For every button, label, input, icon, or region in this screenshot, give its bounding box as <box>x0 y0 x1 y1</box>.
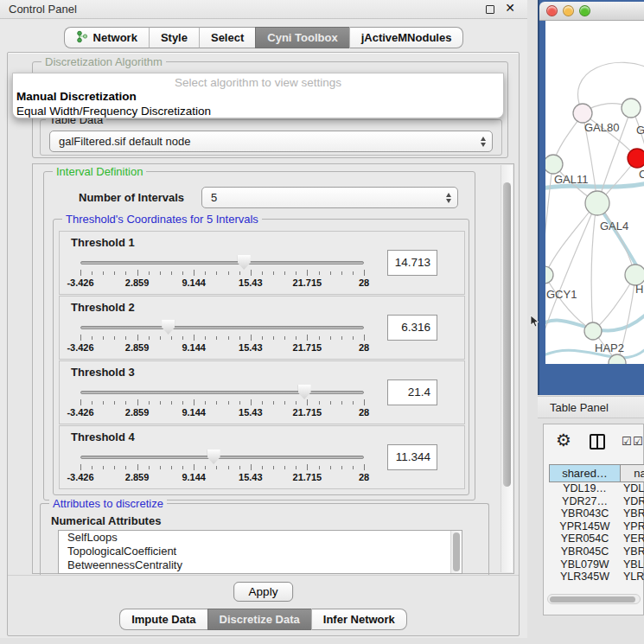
tick-mark <box>137 464 138 470</box>
table-column-header-na[interactable]: na <box>621 464 644 482</box>
tick-mark <box>319 271 320 275</box>
algorithm-option-manual-discretization[interactable]: Manual Discretization <box>16 90 500 103</box>
table-row[interactable]: YLR345WYLR3 <box>549 571 644 583</box>
tick-label: 15.43 <box>225 277 277 288</box>
number-of-intervals-combobox[interactable]: 5 <box>201 187 458 208</box>
network-view-window: GAL80GAL11GAL4GCY1HAP2GACH <box>538 0 644 395</box>
threshold-slider-track[interactable] <box>80 326 364 329</box>
tab-select[interactable]: Select <box>199 27 255 48</box>
threshold-slider-track[interactable] <box>80 456 364 459</box>
network-node[interactable] <box>622 99 641 118</box>
tick-mark <box>125 401 126 405</box>
attributes-to-discretize-group: Attributes to discretize Numerical Attri… <box>40 503 489 581</box>
tick-mark <box>262 401 263 405</box>
network-node-label: HAP2 <box>595 341 624 354</box>
threshold-slider-thumb[interactable] <box>298 385 311 399</box>
tick-mark <box>103 401 104 405</box>
threshold-slider-track[interactable] <box>80 391 364 394</box>
tick-mark <box>262 466 263 469</box>
tick-mark <box>353 271 354 275</box>
network-node-gal80[interactable] <box>573 104 592 123</box>
network-edge[interactable] <box>595 277 634 329</box>
tick-mark <box>228 401 229 405</box>
tick-mark <box>353 401 354 405</box>
network-node-hap2[interactable] <box>584 322 602 340</box>
bottom-tab-infer-network[interactable]: Infer Network <box>311 609 407 630</box>
minimize-light[interactable] <box>563 5 574 16</box>
table-row[interactable]: YBL079WYBL0 <box>549 558 644 571</box>
columns-icon[interactable] <box>590 434 605 450</box>
checkbox-icon[interactable]: ☑ <box>622 435 632 448</box>
table-row[interactable]: YBR045CYBR0 <box>549 545 644 558</box>
threshold-slider-thumb[interactable] <box>162 320 175 335</box>
network-node-gcy1[interactable] <box>545 266 553 284</box>
table-cell-shared-name: YPR145W <box>549 520 621 532</box>
gear-icon[interactable]: ⚙ <box>556 430 571 450</box>
tick-label: 2.859 <box>112 277 163 288</box>
table-row[interactable]: YDR27…YDR2 <box>549 495 644 508</box>
table-row[interactable]: YPR145WYPR1 <box>549 520 644 533</box>
tick-mark <box>364 464 365 470</box>
float-window-icon[interactable] <box>486 5 494 14</box>
tab-network[interactable]: Network <box>64 27 149 48</box>
table-row[interactable]: YBR043CYBR0 <box>549 507 644 520</box>
network-canvas[interactable]: GAL80GAL11GAL4GCY1HAP2GACH <box>545 21 644 364</box>
attribute-list-item[interactable]: TopologicalCoefficient <box>59 545 462 558</box>
attribute-list-item[interactable]: SelfLoops <box>59 531 462 545</box>
table-column-header-shared-[interactable]: shared… <box>549 464 621 482</box>
network-node-label: GAL80 <box>584 121 619 134</box>
tab-style[interactable]: Style <box>149 27 199 48</box>
threshold-value-field[interactable]: 21.4 <box>387 379 437 405</box>
table-data-combobox[interactable]: galFiltered.sif default node <box>49 131 493 152</box>
settings-vertical-scrollbar[interactable] <box>501 165 513 572</box>
table-row[interactable]: YER054CYER0 <box>549 532 644 545</box>
bottom-tab-discretize-data[interactable]: Discretize Data <box>207 609 311 630</box>
table-row[interactable]: YIL052CYIL0 <box>549 583 644 585</box>
numerical-attributes-list[interactable]: SelfLoopsTopologicalCoefficientBetweenne… <box>58 530 462 574</box>
attribute-list-item[interactable]: BetweennessCentrality <box>59 558 462 572</box>
stepper-icon <box>481 137 486 147</box>
tick-mark <box>273 336 274 340</box>
close-light[interactable] <box>546 5 558 16</box>
network-node[interactable] <box>628 149 644 168</box>
bottom-tab-impute-data[interactable]: Impute Data <box>119 609 207 630</box>
list-scrollbar-thumb[interactable] <box>453 532 460 571</box>
threshold-slider-thumb[interactable] <box>207 450 220 464</box>
algorithm-option-equal-width-frequency[interactable]: Equal Width/Frequency Discretization <box>16 105 500 118</box>
threshold-value-field[interactable]: 11.344 <box>387 444 437 470</box>
network-node-gal4[interactable] <box>585 191 609 215</box>
tick-mark <box>307 464 308 470</box>
table-scrollbar-thumb[interactable] <box>550 596 635 603</box>
close-icon[interactable]: ✕ <box>505 1 515 15</box>
tick-mark <box>137 270 138 276</box>
tick-mark <box>251 270 252 276</box>
tab-jactivemnodules[interactable]: jActiveMNodules <box>349 27 464 48</box>
threshold-slider-track[interactable] <box>80 261 364 265</box>
checkbox-icon[interactable]: ☑ <box>633 435 643 448</box>
settings-scrollbar-thumb[interactable] <box>503 182 511 487</box>
threshold-slider-thumb[interactable] <box>238 255 251 270</box>
zoom-light[interactable] <box>579 5 590 16</box>
apply-button[interactable]: Apply <box>233 582 294 602</box>
table-horizontal-scrollbar[interactable] <box>547 594 641 604</box>
cyni-bottom-tabs: Impute DataDiscretize DataInfer Network <box>8 609 519 630</box>
tick-mark <box>319 466 320 469</box>
list-scrollbar[interactable] <box>450 531 462 574</box>
threshold-label: Threshold 2 <box>71 301 135 314</box>
tick-mark <box>273 401 274 405</box>
network-node-gal11[interactable] <box>545 155 563 174</box>
threshold-value-field[interactable]: 14.713 <box>387 250 437 276</box>
table-cell-name: YIL0 <box>623 583 644 585</box>
threshold-value-field[interactable]: 6.316 <box>387 315 437 341</box>
tick-mark <box>239 271 240 275</box>
control-panel-titlebar: Control Panel ✕ <box>0 0 527 19</box>
stepper-icon <box>446 193 451 203</box>
table-data-selected-value: galFiltered.sif default node <box>59 131 190 151</box>
mouse-cursor <box>530 315 540 328</box>
tab-cyni-toolbox[interactable]: Cyni Toolbox <box>255 27 348 48</box>
node-table-rows: YDL19…YDL1YDR27…YDR2YBR043CYBR0YPR145WYP… <box>549 482 644 585</box>
tick-label: 9.144 <box>168 277 220 288</box>
table-row[interactable]: YDL19…YDL1 <box>549 482 644 495</box>
network-edge[interactable] <box>591 205 596 330</box>
settings-scroll-panel: Interval Definition Number of Intervals … <box>32 163 514 574</box>
